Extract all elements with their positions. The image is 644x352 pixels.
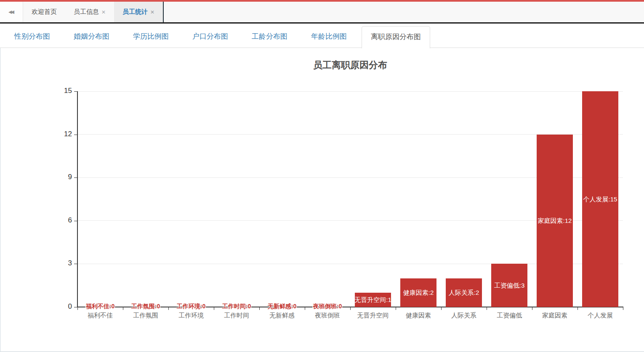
tab-label: 欢迎首页 xyxy=(32,8,57,16)
grid-line xyxy=(77,91,623,92)
bar-value-label: 个人发展:15 xyxy=(569,196,632,204)
x-axis-tick xyxy=(441,307,442,310)
y-axis-tick xyxy=(74,91,77,92)
chart-type-tab-bar: 性别分布图 婚姻分布图 学历比例图 户口分布图 工龄分布图 年龄比例图 离职原因… xyxy=(0,25,644,48)
close-icon[interactable]: ✕ xyxy=(150,9,154,15)
chart-title: 员工离职原因分布 xyxy=(77,59,623,71)
y-axis-label: 15 xyxy=(49,87,72,95)
x-axis-tick xyxy=(577,307,578,310)
subtab-marriage-distribution[interactable]: 婚姻分布图 xyxy=(65,25,118,48)
subtab-education-ratio[interactable]: 学历比例图 xyxy=(124,25,178,48)
bar-value-label: 人际关系:2 xyxy=(432,289,495,297)
y-axis-tick xyxy=(74,264,77,264)
category-label: 工作环境 xyxy=(166,312,216,320)
y-axis-label: 6 xyxy=(49,216,72,225)
bar-value-label: 工资偏低:3 xyxy=(478,282,541,290)
subtab-household-distribution[interactable]: 户口分布图 xyxy=(184,25,237,48)
category-label: 工作氛围 xyxy=(120,312,171,320)
category-label: 福利不佳 xyxy=(75,312,125,320)
category-label: 人际关系 xyxy=(439,312,489,320)
category-label: 工作时间 xyxy=(211,312,262,320)
x-axis-tick xyxy=(532,307,532,310)
x-axis-tick xyxy=(487,307,487,310)
y-axis-tick xyxy=(74,177,77,178)
category-label: 个人发展 xyxy=(575,312,625,320)
y-axis-label: 3 xyxy=(49,259,72,267)
y-axis-tick xyxy=(74,135,77,135)
category-label: 家庭因素 xyxy=(530,312,580,320)
category-label: 夜班倒班 xyxy=(302,312,353,320)
collapse-tabs-button[interactable]: ◀◀ xyxy=(0,2,23,22)
category-label: 无晋升空间 xyxy=(348,312,398,320)
y-axis-tick xyxy=(74,221,77,221)
tab-welcome-home[interactable]: 欢迎首页 xyxy=(23,2,65,22)
main-tab-bar: ◀◀ 欢迎首页 员工信息 ✕ 员工统计 ✕ xyxy=(0,2,644,24)
y-axis-label: 9 xyxy=(49,173,72,181)
double-left-arrow-icon: ◀◀ xyxy=(8,9,13,15)
subtab-age-ratio[interactable]: 年龄比例图 xyxy=(302,25,356,48)
chart-panel: 员工离职原因分布 03691215福利不佳:0福利不佳工作氛围:0工作氛围工作环… xyxy=(0,48,644,352)
tab-employee-stats[interactable]: 员工统计 ✕ xyxy=(114,2,164,22)
y-axis-line xyxy=(77,91,78,307)
bar-value-label: 家庭因素:12 xyxy=(523,217,586,225)
app-window: ◀◀ 欢迎首页 员工信息 ✕ 员工统计 ✕ 性别分布图 婚姻分布图 学历比例图 … xyxy=(0,0,644,352)
subtab-resignation-reason-distribution[interactable]: 离职原因分布图 xyxy=(362,26,430,48)
x-axis-tick xyxy=(396,307,396,310)
tab-label: 员工统计 xyxy=(122,8,148,16)
x-axis-tick xyxy=(623,307,623,310)
y-axis-label: 12 xyxy=(49,130,72,138)
bar-value-label: 无晋升空间:1 xyxy=(341,296,404,304)
category-label: 健康因素 xyxy=(393,312,444,320)
subtab-gender-distribution[interactable]: 性别分布图 xyxy=(5,25,59,48)
category-label: 无新鲜感 xyxy=(257,312,307,320)
top-accent-strip xyxy=(0,0,644,2)
close-icon[interactable]: ✕ xyxy=(101,9,106,15)
category-label: 工资偏低 xyxy=(484,312,535,320)
bar-chart: 员工离职原因分布 03691215福利不佳:0福利不佳工作氛围:0工作氛围工作环… xyxy=(0,48,644,351)
subtab-seniority-distribution[interactable]: 工龄分布图 xyxy=(243,25,296,48)
tab-employee-info[interactable]: 员工信息 ✕ xyxy=(65,2,114,22)
tab-label: 员工信息 xyxy=(74,8,99,16)
